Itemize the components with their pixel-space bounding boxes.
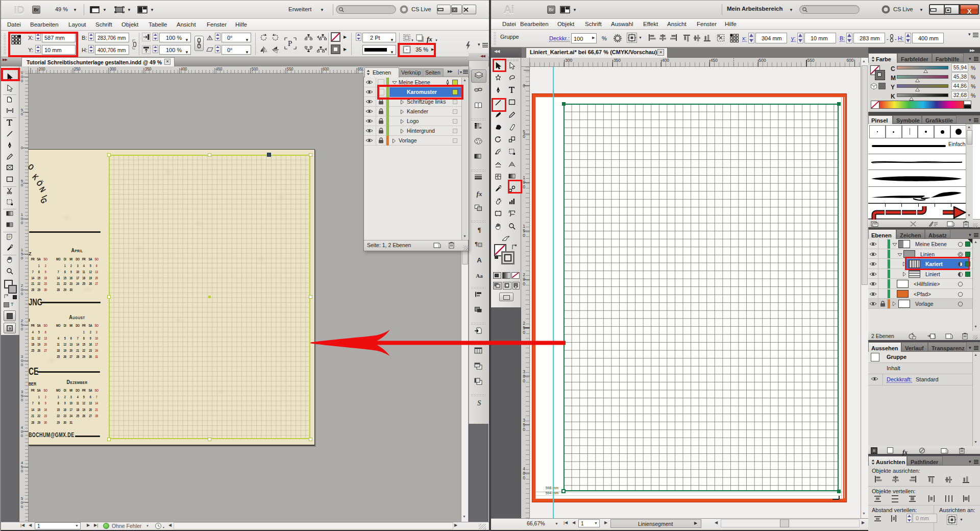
svg-text:¶: ¶ [475, 240, 478, 247]
svg-text:P: P [288, 39, 292, 47]
